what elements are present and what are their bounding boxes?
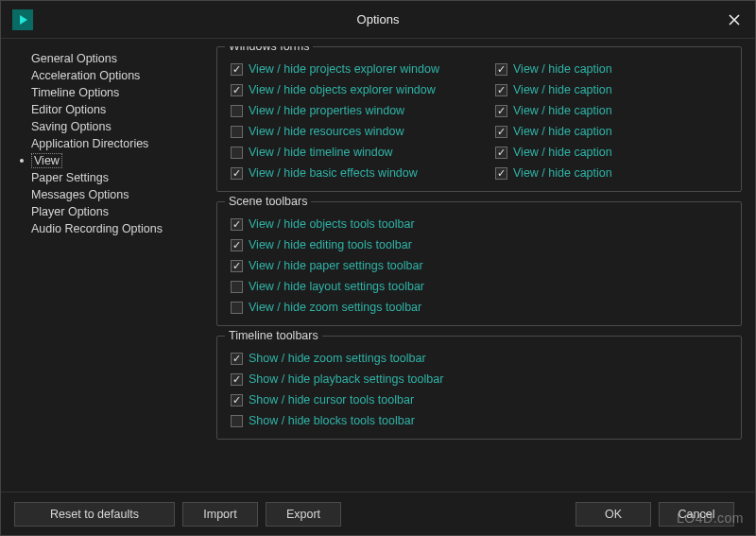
checkbox-label[interactable]: View / hide objects explorer window bbox=[249, 83, 436, 96]
reset-defaults-button[interactable]: Reset to defaults bbox=[14, 502, 175, 527]
checkbox-row: View / hide caption bbox=[495, 100, 684, 121]
group-title: Scene toolbars bbox=[225, 195, 311, 208]
group-column: View / hide captionView / hide captionVi… bbox=[495, 59, 684, 183]
checkbox-label[interactable]: View / hide properties window bbox=[249, 104, 404, 117]
nav-item-label: Editor Options bbox=[31, 103, 106, 116]
group-windows-forms: Windows formsView / hide projects explor… bbox=[216, 46, 742, 192]
checkbox-label[interactable]: Show / hide playback settings toolbar bbox=[249, 372, 443, 386]
checkbox-row: View / hide caption bbox=[495, 163, 684, 183]
checkbox-label[interactable]: View / hide caption bbox=[513, 83, 612, 96]
group-column: Show / hide zoom settings toolbarShow / … bbox=[231, 348, 495, 431]
nav-item-audio-recording-options[interactable]: Audio Recording Options bbox=[14, 220, 213, 237]
checkbox-label[interactable]: View / hide basic effects window bbox=[249, 166, 418, 180]
checkbox-row: Show / hide blocks tools toolbar bbox=[231, 410, 495, 431]
group-timeline-toolbars: Timeline toolbarsShow / hide zoom settin… bbox=[216, 336, 742, 440]
checkbox-row: View / hide basic effects window bbox=[231, 163, 495, 183]
group-body: Show / hide zoom settings toolbarShow / … bbox=[231, 342, 733, 431]
checkbox-row: View / hide layout settings toolbar bbox=[231, 276, 495, 297]
group-title: Timeline toolbars bbox=[225, 329, 322, 342]
close-button[interactable] bbox=[723, 9, 746, 31]
checkbox-row: View / hide caption bbox=[495, 59, 684, 79]
nav-item-saving-options[interactable]: Saving Options bbox=[14, 118, 213, 135]
nav-item-general-options[interactable]: General Options bbox=[14, 50, 213, 67]
checkbox-label[interactable]: View / hide projects explorer window bbox=[249, 62, 439, 76]
checkbox-label[interactable]: View / hide caption bbox=[513, 104, 612, 117]
checkbox-label[interactable]: View / hide timeline window bbox=[249, 146, 393, 159]
checkbox[interactable] bbox=[495, 63, 507, 76]
nav-item-messages-options[interactable]: Messages Options bbox=[14, 186, 213, 203]
nav-item-label: Paper Settings bbox=[31, 171, 109, 184]
checkbox-label[interactable]: View / hide editing tools toolbar bbox=[249, 238, 412, 251]
nav-item-label: Acceleration Options bbox=[31, 69, 140, 82]
nav-item-label: Messages Options bbox=[31, 188, 129, 201]
checkbox-label[interactable]: View / hide caption bbox=[513, 146, 612, 159]
nav-item-player-options[interactable]: Player Options bbox=[14, 203, 213, 220]
nav-item-label: Timeline Options bbox=[31, 86, 119, 99]
checkbox[interactable] bbox=[231, 394, 243, 406]
checkbox[interactable] bbox=[231, 302, 243, 314]
checkbox-row: View / hide timeline window bbox=[231, 142, 495, 163]
content-panel: Windows formsView / hide projects explor… bbox=[213, 46, 742, 488]
nav-sidebar: General OptionsAcceleration OptionsTimel… bbox=[14, 46, 213, 488]
export-button[interactable]: Export bbox=[266, 502, 341, 527]
group-column: View / hide objects tools toolbarView / … bbox=[231, 214, 495, 318]
checkbox-row: View / hide paper settings toolbar bbox=[231, 255, 495, 276]
checkbox-label[interactable]: View / hide zoom settings toolbar bbox=[249, 301, 421, 314]
checkbox-label[interactable]: View / hide layout settings toolbar bbox=[249, 280, 424, 293]
ok-button[interactable]: OK bbox=[576, 502, 651, 527]
checkbox[interactable] bbox=[231, 126, 243, 138]
checkbox[interactable] bbox=[231, 147, 243, 159]
checkbox[interactable] bbox=[495, 126, 507, 138]
checkbox[interactable] bbox=[231, 260, 243, 272]
checkbox-label[interactable]: Show / hide cursor tools toolbar bbox=[249, 393, 414, 406]
group-body: View / hide objects tools toolbarView / … bbox=[231, 208, 733, 318]
checkbox-label[interactable]: View / hide caption bbox=[513, 166, 612, 180]
nav-item-application-directories[interactable]: Application Directories bbox=[14, 135, 213, 152]
footer-bar: Reset to defaults Import Export OK Cance… bbox=[1, 492, 755, 535]
checkbox-label[interactable]: View / hide objects tools toolbar bbox=[249, 217, 415, 231]
checkbox-row: Show / hide zoom settings toolbar bbox=[231, 348, 495, 369]
checkbox[interactable] bbox=[231, 105, 243, 117]
checkbox-label[interactable]: Show / hide zoom settings toolbar bbox=[249, 352, 426, 365]
group-column: View / hide projects explorer windowView… bbox=[231, 59, 495, 183]
nav-item-acceleration-options[interactable]: Acceleration Options bbox=[14, 67, 213, 84]
nav-item-timeline-options[interactable]: Timeline Options bbox=[14, 84, 213, 101]
group-scene-toolbars: Scene toolbarsView / hide objects tools … bbox=[216, 201, 742, 326]
checkbox-row: View / hide projects explorer window bbox=[231, 59, 495, 79]
checkbox-label[interactable]: View / hide resources window bbox=[249, 125, 404, 138]
checkbox[interactable] bbox=[231, 84, 243, 96]
checkbox-row: View / hide resources window bbox=[231, 121, 495, 142]
checkbox[interactable] bbox=[231, 167, 243, 180]
checkbox[interactable] bbox=[495, 147, 507, 159]
checkbox[interactable] bbox=[495, 84, 507, 96]
checkbox-label[interactable]: View / hide caption bbox=[513, 125, 612, 138]
cancel-button[interactable]: Cancel bbox=[659, 502, 734, 527]
nav-item-view[interactable]: View bbox=[14, 152, 213, 169]
window-title: Options bbox=[357, 12, 400, 26]
checkbox[interactable] bbox=[231, 218, 243, 231]
import-button[interactable]: Import bbox=[182, 502, 258, 527]
nav-item-label: Audio Recording Options bbox=[31, 222, 163, 235]
nav-item-paper-settings[interactable]: Paper Settings bbox=[14, 169, 213, 186]
nav-item-label: Player Options bbox=[31, 205, 109, 218]
checkbox-row: View / hide caption bbox=[495, 121, 684, 142]
app-icon bbox=[12, 9, 33, 30]
checkbox[interactable] bbox=[231, 281, 243, 293]
checkbox-row: View / hide zoom settings toolbar bbox=[231, 297, 495, 318]
checkbox-label[interactable]: View / hide paper settings toolbar bbox=[249, 259, 423, 272]
checkbox[interactable] bbox=[231, 63, 243, 76]
checkbox[interactable] bbox=[495, 105, 507, 117]
checkbox-row: Show / hide cursor tools toolbar bbox=[231, 389, 495, 410]
checkbox-row: View / hide caption bbox=[495, 142, 684, 163]
group-body: View / hide projects explorer windowView… bbox=[231, 53, 733, 183]
nav-item-editor-options[interactable]: Editor Options bbox=[14, 101, 213, 118]
checkbox[interactable] bbox=[231, 415, 243, 427]
checkbox[interactable] bbox=[495, 167, 507, 180]
checkbox-label[interactable]: Show / hide blocks tools toolbar bbox=[249, 414, 415, 427]
checkbox-row: Show / hide playback settings toolbar bbox=[231, 369, 495, 389]
checkbox-label[interactable]: View / hide caption bbox=[513, 62, 612, 76]
checkbox[interactable] bbox=[231, 373, 243, 386]
checkbox[interactable] bbox=[231, 353, 243, 365]
checkbox-row: View / hide properties window bbox=[231, 100, 495, 121]
checkbox[interactable] bbox=[231, 239, 243, 251]
